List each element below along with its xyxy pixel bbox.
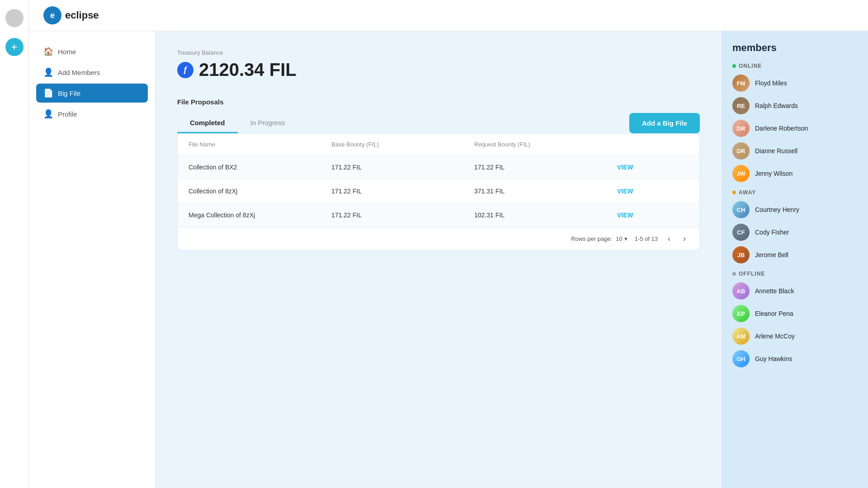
member-item[interactable]: DR Darlene Robertson	[732, 120, 857, 137]
rows-per-page-value: 10	[616, 235, 622, 242]
member-name: Dianne Russell	[755, 147, 797, 155]
member-name: Floyd Miles	[755, 80, 787, 87]
member-name: Arlene McCoy	[755, 333, 795, 340]
member-name: Jenny Wilson	[755, 170, 793, 177]
member-item[interactable]: JB Jerome Bell	[732, 246, 857, 263]
top-header: e eclipse	[29, 0, 868, 31]
member-item[interactable]: RE Ralph Edwards	[732, 97, 857, 114]
table-row: Collection of 8zXj 171.22 FIL 371.31 FIL…	[178, 179, 699, 203]
member-name: Courtney Henry	[755, 206, 799, 213]
treasury-label: Treasury Balance	[177, 49, 700, 56]
page-prev-button[interactable]: ‹	[665, 233, 673, 244]
sidebar-item-add-members-label: Add Members	[58, 69, 100, 76]
fil-icon: ƒ	[177, 62, 193, 78]
rows-per-page: Rows per page: 10 ▾	[571, 235, 627, 242]
logo-name: eclipse	[65, 9, 99, 21]
avatar: CF	[732, 224, 750, 241]
add-members-icon: 👤	[43, 67, 52, 77]
big-file-icon: 📄	[43, 88, 52, 98]
sidebar: 🏠 Home 👤 Add Members 📄 Big File 👤 Profil…	[29, 31, 156, 488]
member-item[interactable]: AM Arlene McCoy	[732, 328, 857, 345]
add-button[interactable]: +	[5, 38, 24, 56]
member-item[interactable]: FM Floyd Miles	[732, 75, 857, 92]
tabs-row: Completed In Progress Add a Big File	[177, 113, 700, 133]
tab-completed[interactable]: Completed	[177, 113, 238, 133]
page-content: Treasury Balance ƒ 2120.34 FIL File Prop…	[156, 31, 722, 488]
cell-request-bounty-2: 102.31 FIL	[474, 211, 617, 219]
view-link-0[interactable]: VIEW	[617, 164, 689, 171]
member-item[interactable]: AB Annette Black	[732, 282, 857, 300]
members-title: members	[732, 42, 857, 54]
view-link-2[interactable]: VIEW	[617, 211, 689, 219]
member-item[interactable]: CF Cody Fisher	[732, 224, 857, 241]
member-name: Darlene Robertson	[755, 125, 808, 132]
member-name: Annette Black	[755, 287, 794, 295]
cell-base-bounty-1: 171.22 FIL	[331, 188, 474, 195]
sidebar-item-big-file-label: Big File	[58, 89, 80, 97]
cell-request-bounty-0: 171.22 FIL	[474, 164, 617, 171]
member-item[interactable]: CH Courtney Henry	[732, 201, 857, 218]
pagination-row: Rows per page: 10 ▾ 1-5 of 13 ‹ ›	[178, 227, 699, 250]
tabs: Completed In Progress	[177, 113, 297, 133]
members-panel: members ONLINE FM Floyd Miles RE Ralph E…	[722, 31, 868, 488]
avatar: DR	[732, 142, 750, 160]
online-section: ONLINE FM Floyd Miles RE Ralph Edwards D…	[732, 63, 857, 182]
member-name: Ralph Edwards	[755, 102, 798, 109]
online-section-label: ONLINE	[732, 63, 857, 69]
cell-request-bounty-1: 371.31 FIL	[474, 188, 617, 195]
logo-icon: e	[43, 6, 61, 24]
col-header-request-bounty: Request Bounty (FIL)	[474, 141, 617, 148]
profile-icon: 👤	[43, 109, 52, 119]
offline-section: OFFLINE AB Annette Black EP Eleanor Pena…	[732, 271, 857, 367]
online-dot	[732, 64, 736, 68]
sidebar-item-profile[interactable]: 👤 Profile	[36, 104, 148, 123]
sidebar-item-home[interactable]: 🏠 Home	[36, 42, 148, 61]
cell-filename-1: Collection of 8zXj	[189, 188, 331, 195]
member-item[interactable]: EP Eleanor Pena	[732, 305, 857, 322]
col-header-base-bounty: Base Bounty (FIL)	[331, 141, 474, 148]
add-big-file-button[interactable]: Add a Big File	[629, 113, 700, 133]
tab-in-progress[interactable]: In Progress	[238, 113, 298, 133]
avatar: CH	[732, 201, 750, 218]
away-section: AWAY CH Courtney Henry CF Cody Fisher JB…	[732, 189, 857, 263]
member-name: Cody Fisher	[755, 229, 789, 236]
avatar: FM	[732, 75, 750, 92]
offline-section-label: OFFLINE	[732, 271, 857, 277]
avatar: EP	[732, 305, 750, 322]
sidebar-item-profile-label: Profile	[58, 110, 77, 118]
member-item[interactable]: GH Guy Hawkins	[732, 350, 857, 367]
cell-filename-0: Collection of BX2	[189, 164, 331, 171]
table-row: Collection of BX2 171.22 FIL 171.22 FIL …	[178, 155, 699, 179]
treasury-amount: ƒ 2120.34 FIL	[177, 60, 700, 80]
treasury-value: 2120.34 FIL	[199, 60, 297, 80]
avatar: JW	[732, 165, 750, 182]
col-header-filename: File Name	[189, 141, 331, 148]
page-info: 1-5 of 13	[635, 235, 658, 242]
avatar: RE	[732, 97, 750, 114]
cell-base-bounty-0: 171.22 FIL	[331, 164, 474, 171]
avatar: AM	[732, 328, 750, 345]
file-proposals-table: File Name Base Bounty (FIL) Request Boun…	[177, 133, 700, 250]
table-row: Mega Collection of 8zXj 171.22 FIL 102.3…	[178, 203, 699, 227]
avatar: GH	[732, 350, 750, 367]
offline-dot	[732, 272, 736, 276]
home-icon: 🏠	[43, 47, 52, 56]
member-item[interactable]: DR Dianne Russell	[732, 142, 857, 160]
user-avatar[interactable]	[5, 9, 24, 27]
avatar: AB	[732, 282, 750, 300]
member-item[interactable]: JW Jenny Wilson	[732, 165, 857, 182]
member-name: Guy Hawkins	[755, 355, 792, 362]
left-bar: +	[0, 0, 29, 488]
member-name: Eleanor Pena	[755, 310, 793, 317]
sidebar-item-big-file[interactable]: 📄 Big File	[36, 84, 148, 103]
member-name: Jerome Bell	[755, 251, 788, 258]
chevron-down-icon: ▾	[624, 235, 627, 242]
page-next-button[interactable]: ›	[680, 233, 689, 244]
table-header: File Name Base Bounty (FIL) Request Boun…	[178, 134, 699, 155]
proposals-label: File Proposals	[177, 98, 700, 106]
sidebar-item-add-members[interactable]: 👤 Add Members	[36, 63, 148, 82]
rows-per-page-label: Rows per page:	[571, 235, 612, 242]
view-link-1[interactable]: VIEW	[617, 188, 689, 195]
cell-filename-2: Mega Collection of 8zXj	[189, 211, 331, 219]
rows-per-page-select[interactable]: 10 ▾	[616, 235, 627, 242]
